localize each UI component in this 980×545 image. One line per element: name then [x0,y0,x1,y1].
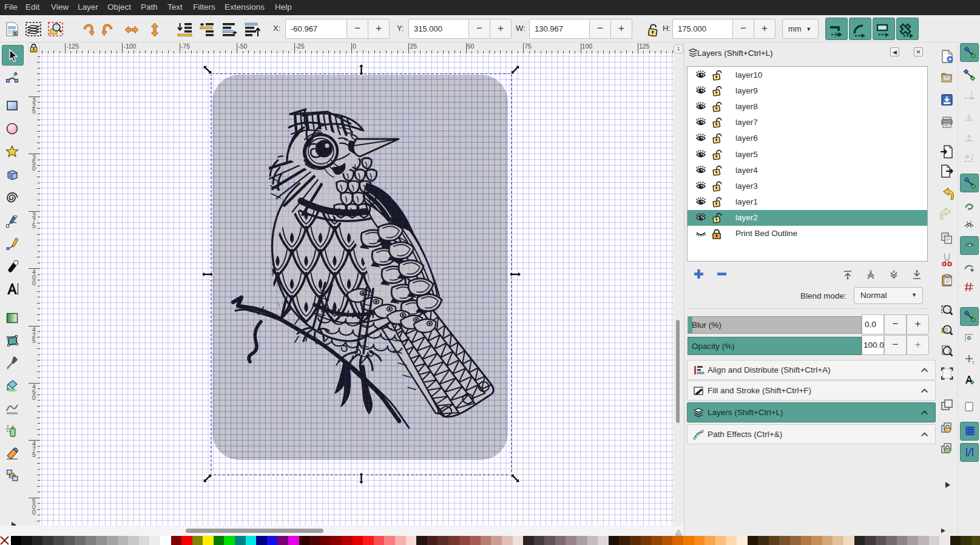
svg-text:-100: -100 [123,42,136,50]
svg-text:5: 5 [32,107,36,115]
svg-text:-125: -125 [66,42,79,50]
svg-text:0: 0 [32,164,36,172]
svg-text:5: 5 [32,337,36,344]
svg-text:5: 5 [32,451,36,458]
svg-text:50: 50 [467,42,475,50]
svg-text:0: 0 [32,279,36,286]
svg-text:125: 125 [639,42,650,50]
svg-text:100: 100 [582,42,593,50]
svg-text:0: 0 [32,394,36,401]
svg-text:75: 75 [524,42,532,50]
svg-text:-50: -50 [238,42,247,50]
svg-text:5: 5 [32,222,36,229]
svg-text:0: 0 [353,42,356,50]
svg-text:-75: -75 [181,42,190,50]
svg-text:25: 25 [410,42,417,50]
svg-text:-25: -25 [296,42,305,50]
svg-text:0: 0 [32,509,36,516]
